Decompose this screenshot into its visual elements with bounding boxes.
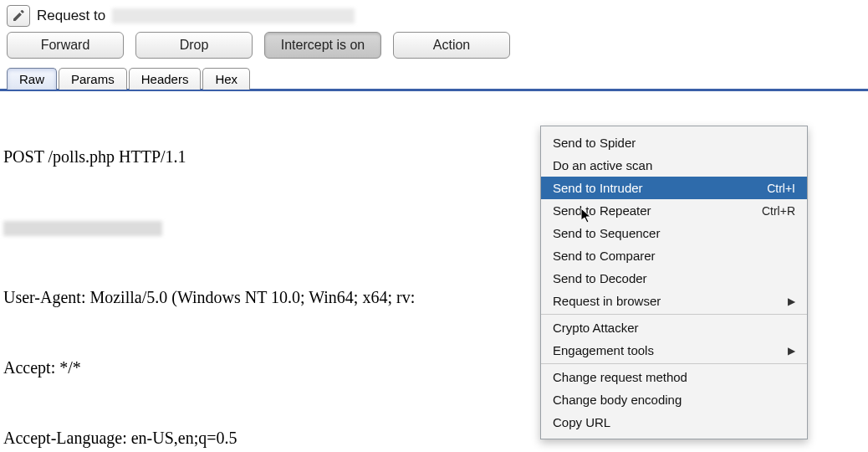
context-menu-item-label: Change request method (553, 370, 687, 384)
submenu-arrow-icon: ▶ (788, 295, 795, 307)
context-menu-item[interactable]: Send to Spider (541, 131, 807, 154)
context-menu-item-label: Copy URL (553, 415, 610, 429)
context-menu-item[interactable]: Send to Comparer (541, 244, 807, 267)
context-menu-item-label: Crypto Attacker (553, 321, 639, 335)
forward-button[interactable]: Forward (7, 32, 124, 59)
context-menu-item[interactable]: Send to IntruderCtrl+I (541, 177, 807, 199)
context-menu-separator (541, 363, 807, 364)
drop-button[interactable]: Drop (135, 32, 253, 59)
context-menu-item[interactable]: Send to RepeaterCtrl+R (541, 199, 807, 222)
intercept-toggle-button[interactable]: Intercept is on (264, 32, 381, 59)
context-menu-item-label: Send to Repeater (553, 203, 651, 218)
context-menu-item-label: Send to Spider (553, 136, 636, 150)
view-tabs: Raw Params Headers Hex (0, 67, 868, 91)
pencil-icon (12, 9, 25, 23)
context-menu-item-label: Request in browser (553, 294, 661, 308)
context-menu-item[interactable]: Change body encoding (541, 388, 807, 411)
tab-headers[interactable]: Headers (129, 68, 202, 90)
context-menu-separator (541, 314, 807, 315)
context-menu-item-label: Change body encoding (553, 393, 682, 407)
context-menu-item[interactable]: Send to Sequencer (541, 222, 807, 244)
context-menu-item-label: Do an active scan (553, 158, 652, 172)
context-menu-item[interactable]: Do an active scan (541, 154, 807, 177)
tab-hex[interactable]: Hex (202, 68, 250, 90)
context-menu: Send to SpiderDo an active scanSend to I… (540, 126, 808, 439)
context-menu-item[interactable]: Send to Decoder (541, 267, 807, 290)
tab-raw[interactable]: Raw (7, 68, 57, 90)
context-menu-item-label: Engagement tools (553, 343, 654, 357)
context-menu-item[interactable]: Copy URL (541, 411, 807, 434)
context-menu-shortcut: Ctrl+I (767, 182, 795, 195)
context-menu-item-label: Send to Sequencer (553, 226, 660, 240)
context-menu-item-label: Send to Intruder (553, 181, 643, 195)
context-menu-item[interactable]: Engagement tools▶ (541, 339, 807, 362)
context-menu-item[interactable]: Crypto Attacker (541, 316, 807, 339)
action-button[interactable]: Action (393, 32, 510, 59)
submenu-arrow-icon: ▶ (788, 345, 795, 357)
context-menu-shortcut: Ctrl+R (762, 204, 795, 218)
tab-params[interactable]: Params (59, 68, 127, 90)
edit-icon-button[interactable] (7, 5, 30, 27)
context-menu-item-label: Send to Comparer (553, 249, 656, 263)
request-header-row: Request to (7, 5, 861, 27)
context-menu-item[interactable]: Change request method (541, 366, 807, 388)
context-menu-item-label: Send to Decoder (553, 271, 647, 285)
context-menu-item[interactable]: Request in browser▶ (541, 290, 807, 312)
action-toolbar: Forward Drop Intercept is on Action (7, 32, 861, 59)
request-to-label: Request to (37, 8, 105, 24)
request-host-redacted (112, 8, 355, 23)
